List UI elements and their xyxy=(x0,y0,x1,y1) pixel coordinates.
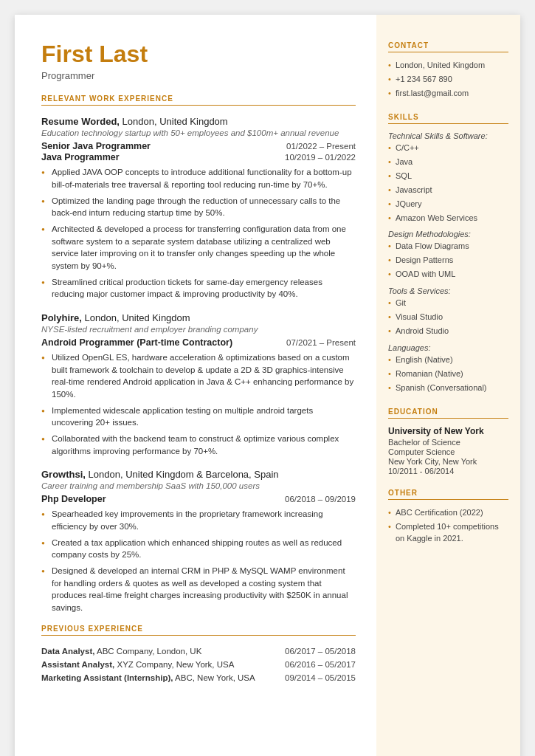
prev-role-1: Data Analyst, ABC Company, London, UK xyxy=(41,645,277,658)
job-row-1a: Senior Java Programmer 01/2022 – Present xyxy=(41,141,356,151)
skills-cat-3: Tools & Services: xyxy=(388,286,508,295)
education-header: EDUCATION xyxy=(388,408,508,419)
bullet-2-1: Utilized OpenGL ES, hardware acceleratio… xyxy=(41,351,356,401)
skills-list-3: Git Visual Studio Android Studio xyxy=(388,298,508,337)
prev-title-2: Assistant Analyst, xyxy=(41,660,114,669)
bullet-1-4: Streamlined critical production tickets … xyxy=(41,276,356,300)
other-list: ABC Certification (2022) Completed 10+ c… xyxy=(388,507,508,545)
bullet-3-2: Created a tax application which enhanced… xyxy=(41,537,356,561)
company-desc-1: Education technology startup with 50+ em… xyxy=(41,128,356,137)
contact-phone: +1 234 567 890 xyxy=(388,74,508,86)
contact-email: first.last@gmail.com xyxy=(388,88,508,100)
skills-list-4: English (Native) Romanian (Native) Spani… xyxy=(388,354,508,394)
skills-cat-4: Languages: xyxy=(388,343,508,352)
prev-row-3: Marketing Assistant (Internship), ABC, N… xyxy=(41,671,356,684)
skill-vs: Visual Studio xyxy=(388,312,508,323)
skills-languages: Languages: English (Native) Romanian (Na… xyxy=(388,343,508,394)
right-column: CONTACT London, United Kingdom +1 234 56… xyxy=(376,15,520,756)
company-location-2: London, United Kingdom xyxy=(82,312,190,323)
job-title-1b: Java Programmer xyxy=(41,152,120,162)
contact-header: CONTACT xyxy=(388,41,508,52)
prev-company-3: ABC, New York, USA xyxy=(173,673,255,682)
other-header: OTHER xyxy=(388,489,508,500)
edu-degree: Bachelor of Science xyxy=(388,438,508,447)
prev-row-1: Data Analyst, ABC Company, London, UK 06… xyxy=(41,645,356,658)
skills-technical: Technical Skills & Software: C/C++ Java … xyxy=(388,131,508,224)
skill-aws: Amazon Web Services xyxy=(388,213,508,224)
contact-list: London, United Kingdom +1 234 567 890 fi… xyxy=(388,60,508,100)
prev-title-1: Data Analyst, xyxy=(41,647,94,656)
prev-role-3: Marketing Assistant (Internship), ABC, N… xyxy=(41,671,277,684)
contact-location: London, United Kingdom xyxy=(388,60,508,72)
skills-section: SKILLS Technical Skills & Software: C/C+… xyxy=(388,113,508,394)
prev-title-3: Marketing Assistant (Internship), xyxy=(41,673,173,682)
skill-javascript: Javascript xyxy=(388,185,508,196)
job-dates-1b: 10/2019 – 01/2022 xyxy=(285,153,356,162)
company-name-text-3: Growthsi, xyxy=(41,469,86,480)
company-location-1: London, United Kingdom xyxy=(120,116,228,127)
skills-header: SKILLS xyxy=(388,113,508,124)
education-section: EDUCATION University of New York Bachelo… xyxy=(388,408,508,475)
candidate-name: First Last xyxy=(41,41,356,67)
skills-cat-2: Design Methodologies: xyxy=(388,230,508,238)
prev-company-1: ABC Company, London, UK xyxy=(94,647,201,656)
bullet-1-1: Applied JAVA OOP concepts to introduce a… xyxy=(41,166,356,190)
edu-dates: 10/2011 - 06/2014 xyxy=(388,467,508,475)
bullet-1-2: Optimized the landing page through the r… xyxy=(41,195,356,219)
prev-dates-3: 09/2014 – 05/2015 xyxy=(277,671,356,684)
company-desc-2: NYSE-listed recruitment and employer bra… xyxy=(41,325,356,334)
bullet-list-3: Spearheaded key improvements in the prop… xyxy=(41,508,356,614)
company-location-3: London, United Kingdom & Barcelona, Spai… xyxy=(86,469,279,480)
other-1: ABC Certification (2022) xyxy=(388,507,508,519)
company-name-text-1: Resume Worded, xyxy=(41,116,120,127)
company-block-3: Growthsi, London, United Kingdom & Barce… xyxy=(41,467,356,614)
skill-jquery: JQuery xyxy=(388,199,508,210)
skill-dfd: Data Flow Diagrams xyxy=(388,241,508,252)
skills-list-2: Data Flow Diagrams Design Patterns OOAD … xyxy=(388,241,508,281)
skills-cat-1: Technical Skills & Software: xyxy=(388,131,508,140)
previous-exp-section: PREVIOUS EXPERIENCE Data Analyst, ABC Co… xyxy=(41,625,356,684)
company-name-1: Resume Worded, London, United Kingdom xyxy=(41,114,356,128)
skill-dp: Design Patterns xyxy=(388,255,508,267)
job-title-2a: Android Programmer (Part-time Contractor… xyxy=(41,337,232,348)
prev-dates-2: 06/2016 – 05/2017 xyxy=(277,658,356,671)
skill-git: Git xyxy=(388,298,508,309)
skills-design: Design Methodologies: Data Flow Diagrams… xyxy=(388,230,508,281)
lang-english: English (Native) xyxy=(388,354,508,366)
bullet-1-3: Architected & developed a process for tr… xyxy=(41,223,356,272)
job-row-2a: Android Programmer (Part-time Contractor… xyxy=(41,337,356,348)
bullet-2-2: Implemented widescale application testin… xyxy=(41,405,356,429)
previous-exp-header: PREVIOUS EXPERIENCE xyxy=(41,625,356,636)
bullet-list-1: Applied JAVA OOP concepts to introduce a… xyxy=(41,166,356,300)
skills-tools: Tools & Services: Git Visual Studio Andr… xyxy=(388,286,508,337)
edu-field: Computer Science xyxy=(388,447,508,456)
edu-university: University of New York xyxy=(388,426,508,436)
candidate-title: Programmer xyxy=(41,70,356,81)
previous-exp-table: Data Analyst, ABC Company, London, UK 06… xyxy=(41,645,356,684)
company-name-3: Growthsi, London, United Kingdom & Barce… xyxy=(41,467,356,481)
skills-list-1: C/C++ Java SQL Javascript JQuery Amazon … xyxy=(388,142,508,224)
company-block-2: Polyhire, London, United Kingdom NYSE-li… xyxy=(41,311,356,457)
skill-sql: SQL xyxy=(388,171,508,182)
lang-spanish: Spanish (Conversational) xyxy=(388,382,508,394)
other-2: Completed 10+ competitions on Kaggle in … xyxy=(388,521,508,545)
prev-company-2: XYZ Company, New York, USA xyxy=(114,660,234,669)
job-dates-2a: 07/2021 – Present xyxy=(286,338,356,347)
bullet-3-1: Spearheaded key improvements in the prop… xyxy=(41,508,356,532)
company-desc-3: Career training and membership SaaS with… xyxy=(41,481,356,490)
bullet-2-3: Collaborated with the backend team to co… xyxy=(41,433,356,457)
job-row-1b: Java Programmer 10/2019 – 01/2022 xyxy=(41,152,356,162)
job-dates-3a: 06/2018 – 09/2019 xyxy=(285,495,356,504)
prev-dates-1: 06/2017 – 05/2018 xyxy=(277,645,356,658)
prev-role-2: Assistant Analyst, XYZ Company, New York… xyxy=(41,658,277,671)
relevant-work-header: RELEVANT WORK EXPERIENCE xyxy=(41,94,356,106)
edu-location: New York City, New York xyxy=(388,457,508,466)
job-row-3a: Php Developer 06/2018 – 09/2019 xyxy=(41,494,356,504)
bullet-3-3: Designed & developed an internal CRM in … xyxy=(41,565,356,614)
skill-uml: OOAD with UML xyxy=(388,269,508,281)
job-title-1a: Senior Java Programmer xyxy=(41,141,151,151)
lang-romanian: Romanian (Native) xyxy=(388,368,508,380)
company-name-text-2: Polyhire, xyxy=(41,312,82,323)
company-block-1: Resume Worded, London, United Kingdom Ed… xyxy=(41,114,356,300)
job-dates-1a: 01/2022 – Present xyxy=(286,142,356,151)
